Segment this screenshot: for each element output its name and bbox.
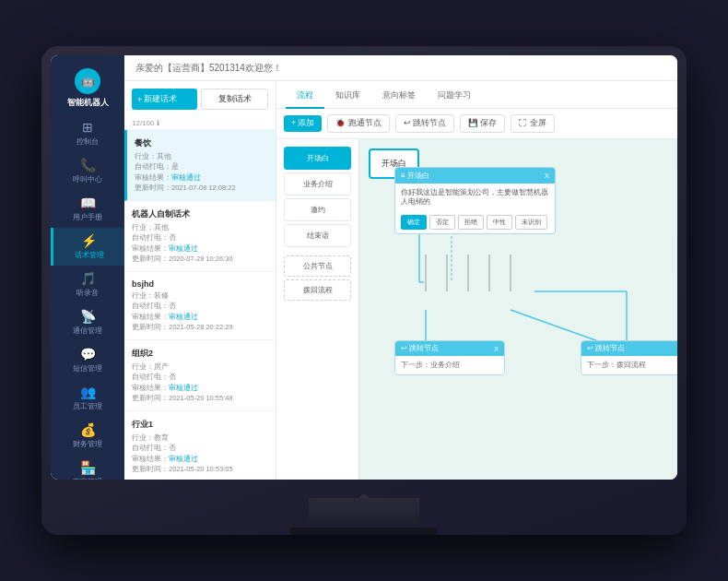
main-node-body: 你好我这边是智能策划公司，主要做智慧机器人电销的: [395, 184, 555, 211]
sms-icon: 💬: [80, 347, 96, 362]
jump-node-2[interactable]: ↩ 跳转节点 下一步：拨回流程: [581, 340, 677, 375]
node-list-item-1[interactable]: 业务介绍: [284, 172, 351, 196]
sidebar: 🤖 智能机器人 ⊞ 控制台 📞 呼叫中心 📖 用户手册 ⚡ 话术管理: [51, 55, 124, 480]
action-deny[interactable]: 否定: [429, 215, 455, 230]
sidebar-item-comms[interactable]: 📡 通信管理: [51, 303, 124, 341]
debug-button[interactable]: 🐞 跑通节点: [327, 114, 389, 133]
node-list-item-2[interactable]: 邀约: [284, 198, 351, 221]
main-flow-node[interactable]: ≡ 开场白 X 你好我这边是智能策划公司，主要做智慧机器人电销的 确定 否定: [394, 167, 556, 234]
copy-skill-button[interactable]: 复制话术: [201, 89, 268, 110]
jump-node-1-header: ↩ 跳转节点 X: [395, 341, 504, 356]
screen: 🤖 智能机器人 ⊞ 控制台 📞 呼叫中心 📖 用户手册 ⚡ 话术管理: [51, 55, 677, 480]
flow-toolbar: + 添加 🐞 跑通节点 ↩ 跳转节点 💾 保存: [276, 109, 677, 139]
action-unrecognized[interactable]: 未识别: [515, 215, 547, 230]
monitor: 🤖 智能机器人 ⊞ 控制台 📞 呼叫中心 📖 用户手册 ⚡ 话术管理: [41, 46, 687, 535]
main-node-actions: 确定 否定 拒绝 中性 未识别: [395, 211, 555, 233]
sidebar-item-listen[interactable]: 🎵 听录音: [51, 266, 124, 303]
flow-canvas-wrapper: 开场白 业务介绍 邀约 结束语: [276, 139, 677, 480]
usermanual-icon: 📖: [80, 196, 96, 210]
new-skill-button[interactable]: + 新建话术: [132, 89, 197, 110]
skill-item-4[interactable]: 行业1 行业：教育 自动打电：否 审核结果：审核通过 更新时间：2021-05-…: [124, 411, 276, 480]
node-list-special[interactable]: 公共节点: [284, 255, 351, 277]
tab-knowledge[interactable]: 知识库: [324, 84, 371, 109]
save-button[interactable]: 💾 保存: [460, 114, 505, 133]
listen-icon: 🎵: [80, 271, 96, 286]
sidebar-logo: 🤖 智能机器人: [64, 63, 112, 114]
jump-node-2-body: 下一步：拨回流程: [581, 356, 677, 374]
shop-icon: 🏪: [80, 460, 96, 475]
comms-icon: 📡: [80, 309, 96, 324]
tabs-bar: 流程 知识库 意向标签 问题学习: [276, 81, 677, 109]
sidebar-item-usermanual[interactable]: 📖 用户手册: [51, 190, 124, 228]
jump-button[interactable]: ↩ 跳转节点: [395, 114, 454, 133]
action-reject[interactable]: 拒绝: [458, 215, 484, 230]
finance-icon: 💰: [80, 422, 96, 437]
action-neutral[interactable]: 中性: [487, 215, 512, 230]
talkskill-icon: ⚡: [81, 233, 97, 248]
right-panel: 流程 知识库 意向标签 问题学习: [276, 81, 677, 480]
node-list-extra[interactable]: 拨回流程: [284, 279, 351, 301]
content-area: + 新建话术 复制话术 12/100 ℹ: [124, 81, 677, 480]
skill-list: 餐饮 行业：其他 自动打电：是 审核结果：审核通过 更新时间：2021-07-0…: [124, 130, 276, 480]
sidebar-item-callback[interactable]: 📞 呼叫中心: [51, 152, 124, 190]
main-node-header: ≡ 开场白 X: [395, 168, 555, 184]
skill-item-3[interactable]: 组织2 行业：房产 自动打电：否 审核结果：审核通过 更新时间：2021-05-…: [124, 340, 276, 411]
sidebar-item-shop[interactable]: 🏪 商家管理: [51, 455, 124, 480]
app-container: 🤖 智能机器人 ⊞ 控制台 📞 呼叫中心 📖 用户手册 ⚡ 话术管理: [51, 55, 677, 480]
node-list: 开场白 业务介绍 邀约 结束语: [276, 139, 359, 480]
sidebar-item-control[interactable]: ⊞ 控制台: [51, 114, 124, 152]
main-content: 亲爱的【运营商】5201314欢迎您！ + 新建话术 复制话术: [124, 55, 677, 480]
action-confirm[interactable]: 确定: [401, 215, 427, 230]
sidebar-item-finance[interactable]: 💰 财务管理: [51, 417, 124, 455]
monitor-stand: [309, 498, 419, 535]
node-list-item-3[interactable]: 结束语: [284, 224, 351, 247]
left-panel-actions: + 新建话术 复制话术: [124, 81, 276, 117]
jump-node-2-header: ↩ 跳转节点: [581, 341, 677, 356]
sidebar-item-employee[interactable]: 👥 员工管理: [51, 379, 124, 417]
sidebar-item-talkskill[interactable]: ⚡ 话术管理: [51, 228, 124, 266]
callback-icon: 📞: [80, 158, 96, 172]
node-list-item-0[interactable]: 开场白: [284, 147, 351, 170]
logo-icon: 🤖: [75, 68, 100, 94]
close-icon[interactable]: X: [545, 172, 549, 180]
jump-node-1[interactable]: ↩ 跳转节点 X 下一步：业务介绍: [394, 340, 505, 375]
left-panel: + 新建话术 复制话术 12/100 ℹ: [124, 81, 276, 480]
fullscreen-button[interactable]: ⛶ 全屏: [511, 114, 554, 133]
skill-item-1[interactable]: 机器人自制话术 行业：其他 自动打电：否 审核结果：审核通过 更新时间：2020…: [124, 201, 276, 272]
tab-intention[interactable]: 意向标签: [371, 84, 427, 109]
tab-flow[interactable]: 流程: [286, 84, 324, 109]
skill-item-0[interactable]: 餐饮 行业：其他 自动打电：是 审核结果：审核通过 更新时间：2021-07-0…: [124, 130, 276, 201]
jump-node-1-body: 下一步：业务介绍: [395, 356, 504, 374]
topbar: 亲爱的【运营商】5201314欢迎您！: [124, 55, 677, 81]
plus-icon: +: [137, 95, 142, 104]
skill-item-2[interactable]: bsjhd 行业：装修 自动打电：否 审核结果：审核通过 更新时间：2021-0…: [124, 272, 276, 340]
sidebar-item-sms[interactable]: 💬 短信管理: [51, 341, 124, 379]
flow-canvas: 开场白 ≡ 开场白 X 你好我这边是智能策划公司，主要做智慧机: [359, 139, 677, 480]
add-node-button[interactable]: + 添加: [284, 115, 322, 132]
tab-learning[interactable]: 问题学习: [427, 84, 482, 109]
close-icon[interactable]: X: [494, 345, 499, 353]
employee-icon: 👥: [80, 385, 96, 399]
skill-count: 12/100 ℹ: [124, 117, 276, 130]
control-icon: ⊞: [82, 120, 93, 135]
